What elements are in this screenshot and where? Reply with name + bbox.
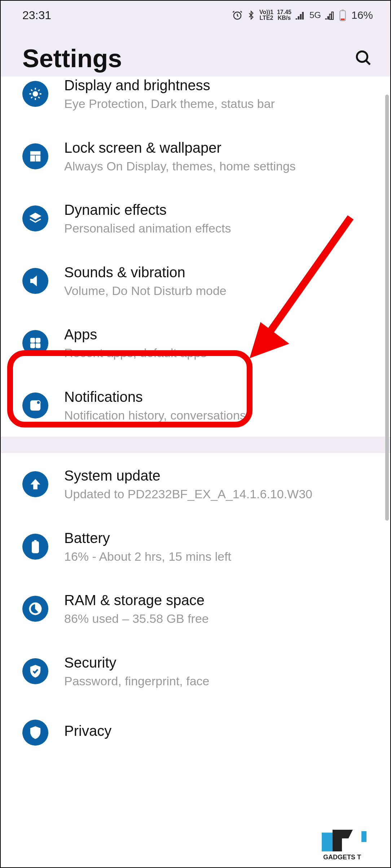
svg-rect-6	[31, 338, 35, 343]
row-title: Security	[64, 654, 210, 671]
svg-rect-17	[342, 838, 353, 851]
svg-rect-8	[31, 344, 35, 348]
svg-text:GADGETS T: GADGETS T	[323, 854, 361, 861]
layers-icon	[22, 205, 48, 231]
row-title: Notifications	[64, 388, 246, 405]
row-lock-screen[interactable]: Lock screen & wallpaper Always On Displa…	[1, 125, 390, 188]
row-title: System update	[64, 467, 312, 484]
row-display-brightness[interactable]: Display and brightness Eye Protection, D…	[1, 77, 390, 125]
row-subtitle: Recent apps, default apps	[64, 345, 207, 361]
row-notifications[interactable]: Notifications Notification history, conv…	[1, 374, 390, 437]
row-title: Sounds & vibration	[64, 264, 227, 281]
row-subtitle: Personalised animation effects	[64, 221, 231, 236]
row-subtitle: Updated to PD2232BF_EX_A_14.1.6.10.W30	[64, 486, 312, 502]
notification-icon	[22, 392, 48, 418]
row-dynamic-effects[interactable]: Dynamic effects Personalised animation e…	[1, 187, 390, 250]
row-title: Display and brightness	[64, 77, 275, 94]
network-5g-label: 5G	[309, 10, 321, 20]
battery-icon	[339, 9, 346, 21]
row-apps[interactable]: Apps Recent apps, default apps	[1, 312, 390, 374]
battery-charging-icon	[22, 534, 48, 560]
row-subtitle: Eye Protection, Dark theme, status bar	[64, 96, 275, 112]
row-title: RAM & storage space	[64, 591, 209, 609]
settings-list: Display and brightness Eye Protection, D…	[1, 77, 390, 746]
bluetooth-icon	[246, 10, 256, 21]
svg-point-5	[33, 92, 38, 96]
shield-check-icon	[22, 658, 48, 684]
row-privacy[interactable]: Privacy	[1, 702, 390, 746]
svg-rect-18	[361, 831, 366, 842]
apps-grid-icon	[22, 330, 48, 356]
watermark-logo: GADGETS T	[322, 828, 379, 862]
status-right-cluster: Vo))1 LTE2 17.45 KB/s 5G 16%	[232, 9, 373, 21]
row-title: Apps	[64, 326, 207, 343]
row-subtitle: Always On Display, themes, home settings	[64, 159, 296, 174]
scrollbar-thumb[interactable]	[385, 95, 389, 521]
row-title: Privacy	[64, 722, 111, 739]
storage-pie-icon	[22, 596, 48, 622]
search-button[interactable]	[354, 49, 372, 68]
row-title: Dynamic effects	[64, 201, 231, 218]
brightness-icon	[22, 81, 48, 107]
svg-rect-3	[341, 18, 345, 20]
lock-screen-icon	[22, 143, 48, 169]
row-subtitle: Volume, Do Not Disturb mode	[64, 283, 227, 299]
alarm-icon	[232, 10, 243, 21]
section-divider	[1, 437, 390, 453]
update-arrow-icon	[22, 471, 48, 497]
svg-point-4	[357, 51, 367, 62]
row-security[interactable]: Security Password, fingerprint, face	[1, 640, 390, 703]
row-title: Battery	[64, 529, 231, 547]
battery-percentage: 16%	[351, 9, 373, 21]
row-subtitle: Password, fingerprint, face	[64, 673, 210, 689]
signal-2-icon	[325, 10, 335, 20]
row-subtitle: 86% used – 35.58 GB free	[64, 611, 209, 626]
row-title: Lock screen & wallpaper	[64, 139, 296, 156]
row-sounds-vibration[interactable]: Sounds & vibration Volume, Do Not Distur…	[1, 250, 390, 312]
svg-rect-9	[36, 344, 40, 348]
privacy-icon	[22, 720, 48, 746]
signal-1-icon	[295, 10, 306, 20]
speaker-icon	[22, 268, 48, 294]
status-bar: 23:31 Vo))1 LTE2 17.45 KB/s 5G	[1, 1, 390, 30]
svg-rect-2	[342, 10, 344, 11]
data-speed-indicator: 17.45 KB/s	[277, 9, 291, 21]
volte-indicator: Vo))1 LTE2	[259, 9, 273, 21]
row-subtitle: 16% - About 2 hrs, 15 mins left	[64, 549, 231, 564]
page-title: Settings	[22, 44, 122, 73]
svg-point-11	[36, 400, 40, 404]
row-system-update[interactable]: System update Updated to PD2232BF_EX_A_1…	[1, 453, 390, 516]
status-time: 23:31	[22, 9, 51, 22]
row-ram-storage[interactable]: RAM & storage space 86% used – 35.58 GB …	[1, 578, 390, 640]
phone-frame: 23:31 Vo))1 LTE2 17.45 KB/s 5G	[0, 0, 391, 868]
svg-rect-7	[36, 338, 40, 343]
row-subtitle: Notification history, conversations	[64, 408, 246, 423]
row-battery[interactable]: Battery 16% - About 2 hrs, 15 mins left	[1, 516, 390, 578]
